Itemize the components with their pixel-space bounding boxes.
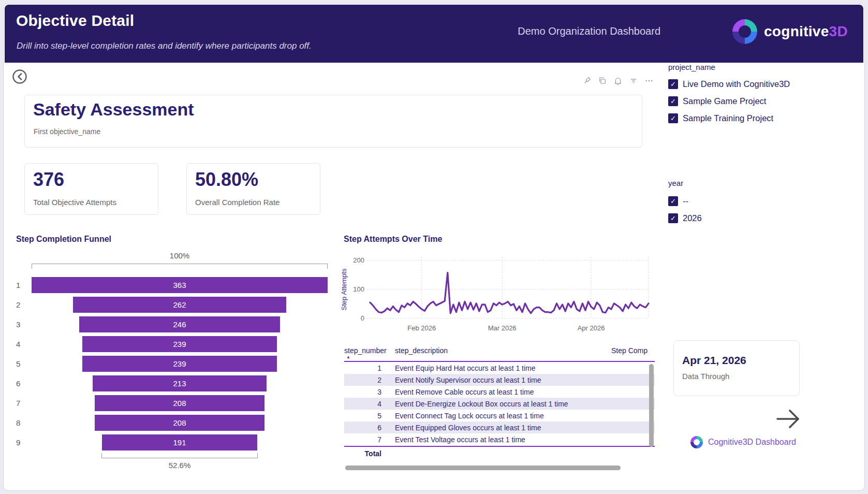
funnel-bottom-percent-label: 52.6% bbox=[32, 461, 328, 470]
table-header-row: step_number step_description Step Comp bbox=[344, 341, 655, 355]
data-through-card: Apr 21, 2026 Data Through bbox=[673, 340, 800, 396]
kpi-label: Overall Completion Rate bbox=[195, 198, 279, 207]
pin-icon[interactable] bbox=[582, 76, 592, 85]
kpi-card-completion-rate: 50.80% Overall Completion Rate bbox=[186, 163, 320, 215]
funnel-bar[interactable]: 363 bbox=[32, 277, 328, 293]
kpi-label: Total Objective Attempts bbox=[33, 198, 116, 207]
funnel-category-label: 3 bbox=[16, 320, 32, 329]
filter-option[interactable]: ✓-- bbox=[668, 196, 702, 206]
funnel-bar[interactable]: 246 bbox=[79, 316, 280, 332]
sort-ascending-icon: ▲ bbox=[344, 355, 655, 361]
funnel-category-label: 1 bbox=[16, 281, 32, 289]
cell-step-number: 4 bbox=[344, 400, 390, 408]
funnel-bar[interactable]: 239 bbox=[82, 336, 277, 352]
back-arrow-icon bbox=[12, 69, 27, 84]
data-through-value: Apr 21, 2026 bbox=[682, 354, 746, 367]
funnel-row: 1363 bbox=[16, 275, 328, 295]
notification-bell-icon[interactable] bbox=[613, 76, 623, 85]
funnel-bar-value: 208 bbox=[173, 399, 186, 408]
checkbox-checked-icon[interactable]: ✓ bbox=[668, 213, 678, 223]
brand-wordmark: cognitive3D bbox=[764, 23, 848, 40]
svg-text:Apr 2026: Apr 2026 bbox=[578, 324, 605, 332]
column-header-step-completion[interactable]: Step Comp bbox=[607, 346, 655, 355]
filter-option-label: 2026 bbox=[683, 213, 702, 223]
funnel-row: 7208 bbox=[16, 393, 328, 413]
more-options-icon[interactable] bbox=[644, 76, 654, 85]
line-chart-title: Step Attempts Over Time bbox=[344, 235, 442, 244]
vertical-scrollbar[interactable] bbox=[649, 364, 654, 447]
funnel-chart: 100% 13632262324642395239621372088208919… bbox=[16, 251, 328, 470]
footer-brand-link[interactable]: Cognitive3D Dashboard bbox=[690, 435, 796, 449]
back-button[interactable] bbox=[12, 69, 27, 84]
objective-card: Safety Assessment First objective_name bbox=[24, 95, 642, 148]
filter-option[interactable]: ✓Live Demo with Cognitive3D bbox=[668, 79, 790, 89]
funnel-bar[interactable]: 208 bbox=[95, 415, 264, 431]
filter-option[interactable]: ✓Sample Game Project bbox=[668, 96, 790, 106]
filter-option[interactable]: ✓2026 bbox=[668, 213, 702, 223]
funnel-rows: 136322623246423952396213720882089191 bbox=[16, 275, 328, 452]
brand-mark-icon bbox=[690, 435, 703, 449]
table-row[interactable]: 4Event De-Energize Lockout Box occurs at… bbox=[344, 398, 655, 410]
filter-option[interactable]: ✓Sample Training Project bbox=[668, 113, 790, 123]
funnel-top-axis bbox=[32, 264, 328, 269]
funnel-category-label: 8 bbox=[16, 418, 32, 427]
svg-text:Feb 2026: Feb 2026 bbox=[407, 324, 436, 332]
cell-step-description: Event Equipped Gloves occurs at least 1 … bbox=[390, 424, 607, 432]
funnel-category-label: 6 bbox=[16, 379, 32, 388]
svg-text:Mar 2026: Mar 2026 bbox=[488, 324, 517, 332]
funnel-category-label: 4 bbox=[16, 340, 32, 348]
checkbox-checked-icon[interactable]: ✓ bbox=[668, 79, 678, 89]
funnel-category-label: 7 bbox=[16, 399, 32, 408]
table-row[interactable]: 6Event Equipped Gloves occurs at least 1… bbox=[344, 422, 655, 433]
table-body: 1Event Equip Hard Hat occurs at least 1 … bbox=[344, 362, 655, 445]
funnel-bar[interactable]: 213 bbox=[93, 375, 267, 391]
cell-step-description: Event Remove Cable occurs at least 1 tim… bbox=[390, 388, 607, 396]
svg-text:100: 100 bbox=[353, 285, 364, 293]
funnel-bar[interactable]: 239 bbox=[82, 356, 277, 372]
filter-option-label: -- bbox=[683, 196, 688, 206]
table-row[interactable]: 1Event Equip Hard Hat occurs at least 1 … bbox=[344, 362, 655, 374]
next-page-button[interactable] bbox=[775, 406, 802, 431]
table-row[interactable]: 3Event Remove Cable occurs at least 1 ti… bbox=[344, 386, 655, 398]
column-header-step-number[interactable]: step_number bbox=[344, 346, 390, 355]
funnel-bar[interactable]: 208 bbox=[95, 395, 264, 411]
checkbox-checked-icon[interactable]: ✓ bbox=[668, 113, 678, 123]
dashboard-page: Objective Detail Drill into step-level c… bbox=[0, 0, 868, 494]
filter-icon[interactable] bbox=[629, 76, 638, 85]
footer-link-text: Cognitive3D Dashboard bbox=[708, 438, 796, 447]
data-through-label: Data Through bbox=[682, 372, 729, 381]
cell-step-description: Event Connect Tag Lock occurs at least 1… bbox=[390, 412, 607, 420]
filter-label-year: year bbox=[668, 179, 683, 187]
funnel-bar-value: 239 bbox=[173, 340, 186, 348]
table-row[interactable]: 7Event Test Voltage occurs at least 1 ti… bbox=[344, 433, 655, 445]
funnel-bar-value: 213 bbox=[173, 379, 186, 388]
page-subtitle: Drill into step-level completion rates a… bbox=[17, 41, 312, 51]
funnel-category-label: 5 bbox=[16, 359, 32, 368]
table-row[interactable]: 5Event Connect Tag Lock occurs at least … bbox=[344, 410, 655, 422]
cell-step-number: 7 bbox=[344, 435, 390, 444]
funnel-bar-value: 191 bbox=[173, 438, 186, 447]
svg-text:Step Attempts: Step Attempts bbox=[340, 268, 348, 310]
cell-step-description: Event Test Voltage occurs at least 1 tim… bbox=[390, 435, 607, 444]
checkbox-checked-icon[interactable]: ✓ bbox=[668, 196, 678, 206]
horizontal-scrollbar[interactable] bbox=[345, 466, 621, 470]
funnel-bar-value: 239 bbox=[173, 359, 186, 368]
table-row[interactable]: 2Event Notify Supervisor occurs at least… bbox=[344, 374, 655, 386]
page-title: Objective Detail bbox=[16, 12, 134, 30]
line-chart-svg[interactable]: Step Attempts0100200Feb 2026Mar 2026Apr … bbox=[340, 250, 651, 339]
step-table: step_number step_description Step Comp ▲… bbox=[344, 341, 655, 477]
column-header-step-description[interactable]: step_description bbox=[390, 346, 607, 355]
checkbox-checked-icon[interactable]: ✓ bbox=[668, 96, 678, 106]
funnel-bar[interactable]: 262 bbox=[73, 297, 287, 313]
copy-icon[interactable] bbox=[598, 76, 607, 85]
funnel-bar-value: 208 bbox=[173, 418, 186, 427]
funnel-category-label: 9 bbox=[16, 438, 32, 447]
filter-options-year: ✓--✓2026 bbox=[668, 196, 702, 223]
funnel-bar[interactable]: 191 bbox=[102, 434, 258, 451]
filter-label-project-name: project_name bbox=[668, 63, 715, 71]
filter-options-project-name: ✓Live Demo with Cognitive3D✓Sample Game … bbox=[668, 79, 790, 123]
funnel-chart-title: Step Completion Funnel bbox=[16, 235, 111, 244]
kpi-value: 50.80% bbox=[195, 169, 258, 191]
cell-step-number: 6 bbox=[344, 424, 390, 432]
funnel-row: 2262 bbox=[16, 295, 328, 314]
